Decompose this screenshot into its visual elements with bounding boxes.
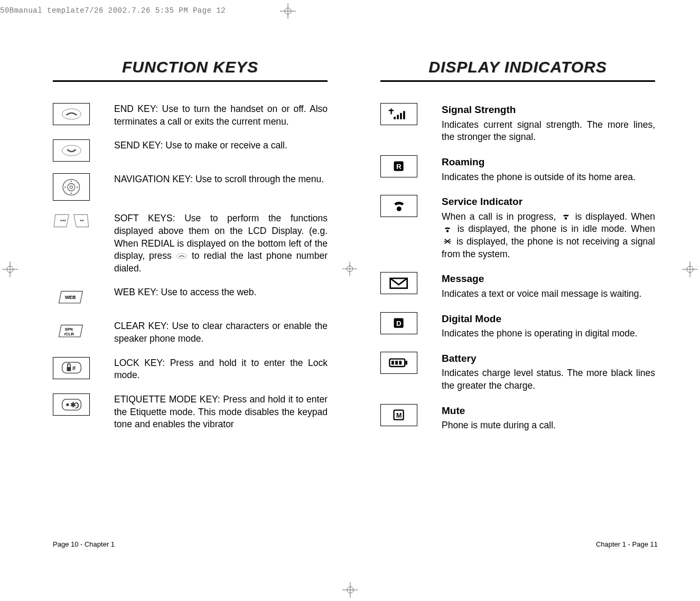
etiquette-key-row: ✱ ETIQUETTE MODE KEY: Press and hold it … [53,393,328,431]
print-header: 50Bmanual template7/26 2002.7.26 5:35 PM… [0,6,226,15]
svg-rect-55 [399,361,402,364]
function-keys-column: FUNCTION KEYS END KEY: Use to turn the h… [53,58,328,444]
web-key-row: WEB WEB KEY: Use to access the web. [53,286,328,308]
lock-key-row: # LOCK KEY: Press and hold it to enter t… [53,357,328,382]
crop-mark-left [2,261,18,277]
footer-left: Page 10 - Chapter 1 [53,540,115,548]
function-keys-title: FUNCTION KEYS [53,58,328,82]
svg-text:#: # [72,365,76,372]
clear-key-text: CLEAR KEY: Use to clear characters or en… [114,320,328,345]
end-key-row: END KEY: Use to turn the handset on or o… [53,103,328,128]
crop-mark-bottom [342,582,358,598]
svg-rect-34 [394,117,396,119]
svg-text:R: R [396,163,402,171]
roaming-icon: R [380,155,417,177]
send-key-icon [53,139,90,162]
send-key-text: SEND KEY: Use to make or receive a call. [114,139,328,152]
svg-point-19 [70,186,72,189]
web-key-icon: WEB [53,286,90,308]
service-text-a: When a call is in progress, [442,211,560,222]
redial-inline-icon [176,252,188,260]
svg-point-43 [446,230,449,232]
svg-point-42 [567,215,568,216]
nav-key-icon [53,173,90,201]
roaming-row: R Roaming Indicates the phone is outside… [380,155,655,183]
soft-keys-text: SOFT KEYS: Use to perform the functions … [114,212,328,275]
svg-text:✱: ✱ [70,401,76,409]
mute-text: Phone is mute during a call. [442,419,655,432]
service-text-c: is displayed, the phone is in idle mode.… [458,223,655,234]
svg-point-18 [68,183,75,191]
lock-key-icon: # [53,357,90,379]
battery-text: Indicates charge level status. The more … [442,367,655,392]
roaming-block: Roaming Indicates the phone is outside o… [442,155,655,183]
mute-row: M Mute Phone is mute during a call. [380,404,655,432]
svg-point-16 [62,145,81,156]
soft-keys-row: ••••• SOFT KEYS: Use to perform the func… [53,212,328,275]
battery-icon [380,352,417,374]
nav-key-text: NAVIGATION KEY: Use to scroll through th… [114,173,328,186]
battery-block: Battery Indicates charge level status. T… [442,352,655,392]
svg-rect-35 [397,115,399,119]
digital-row: D Digital Mode Indicates the phone is op… [380,312,655,340]
svg-text:•••: ••• [60,218,66,224]
mute-title: Mute [442,404,655,418]
footer-right: Chapter 1 - Page 11 [596,540,658,548]
end-key-icon [53,103,90,125]
service-block: Service Indicator When a call is in prog… [442,195,655,260]
svg-text:D: D [396,320,402,327]
svg-text:SPK: SPK [65,326,73,331]
message-text: Indicates a text or voice mail message i… [442,288,655,300]
roaming-title: Roaming [442,155,655,169]
svg-text:/CLR: /CLR [64,331,74,336]
crop-mark-top [280,3,296,19]
digital-icon: D [380,312,417,334]
etiquette-key-icon: ✱ [53,393,90,416]
message-icon [380,272,417,294]
send-key-row: SEND KEY: Use to make or receive a call. [53,139,328,162]
phone-inuse-inline-icon [560,213,572,220]
svg-point-30 [66,403,69,406]
clear-key-row: SPK/CLR CLEAR KEY: Use to clear characte… [53,320,328,345]
svg-rect-26 [62,362,81,373]
svg-text:••: •• [80,218,84,224]
battery-row: Battery Indicates charge level status. T… [380,352,655,392]
svg-point-15 [62,109,81,119]
svg-point-40 [397,206,402,211]
signal-text: Indicates current signal strength. The m… [442,119,655,144]
svg-rect-37 [403,111,405,119]
message-block: Message Indicates a text or voice mail m… [442,272,655,300]
soft-keys-icon: ••••• [53,212,90,230]
svg-rect-36 [400,113,402,119]
crop-mark-right [682,261,698,277]
service-row: Service Indicator When a call is in prog… [380,195,655,260]
digital-text: Indicates the phone is operating in digi… [442,327,655,340]
signal-icon [380,103,417,125]
clear-key-icon: SPK/CLR [53,320,90,342]
nav-key-row: NAVIGATION KEY: Use to scroll through th… [53,173,328,201]
service-text-b: is displayed. When [575,211,655,222]
lock-key-text: LOCK KEY: Press and hold it to enter the… [114,357,328,382]
svg-rect-53 [391,361,394,364]
battery-title: Battery [442,352,655,365]
signal-title: Signal Strength [442,103,655,117]
mute-icon: M [380,404,417,426]
end-key-text: END KEY: Use to turn the handset on or o… [114,103,328,128]
web-key-text: WEB KEY: Use to access the web. [114,286,328,299]
display-indicators-column: DISPLAY INDICATORS Signal Strength Indic… [380,58,655,444]
svg-point-41 [564,217,566,219]
service-icon [380,195,417,217]
message-row: Message Indicates a text or voice mail m… [380,272,655,300]
display-indicators-title: DISPLAY INDICATORS [380,58,655,82]
digital-title: Digital Mode [442,312,655,326]
digital-block: Digital Mode Indicates the phone is oper… [442,312,655,340]
svg-text:M: M [396,412,402,419]
service-text-d: is displayed, the phone is not receiving… [442,236,655,259]
phone-idle-inline-icon [442,226,453,233]
no-signal-inline-icon [442,238,453,245]
signal-block: Signal Strength Indicates current signal… [442,103,655,144]
mute-block: Mute Phone is mute during a call. [442,404,655,432]
svg-rect-54 [395,361,398,364]
message-title: Message [442,272,655,286]
signal-row: Signal Strength Indicates current signal… [380,103,655,144]
